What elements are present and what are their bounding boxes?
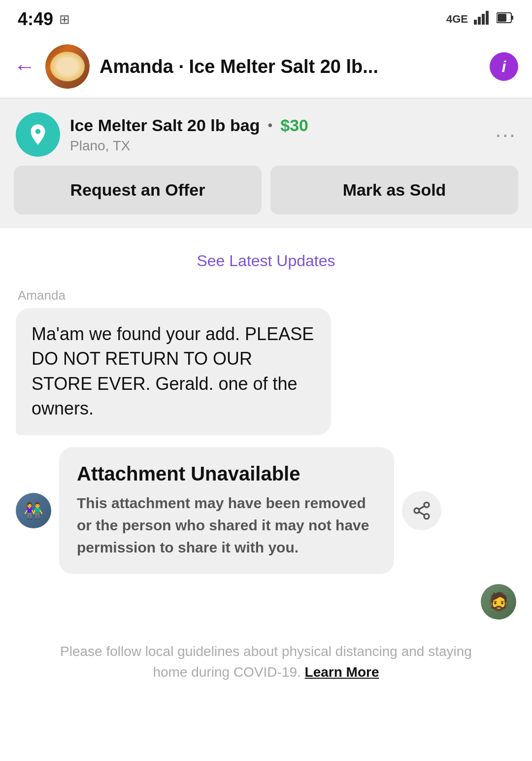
svg-rect-2: [482, 14, 485, 25]
covid-text: Please follow local guidelines about phy…: [60, 644, 472, 680]
bubble-amanda-text: Ma'am we found your add. PLEASE DO NOT R…: [16, 308, 331, 435]
chat-area: See Latest Updates Amanda Ma'am we found…: [0, 228, 532, 716]
info-button[interactable]: i: [490, 52, 518, 81]
listing-info: Ice Melter Salt 20 lb bag • $30 Plano, T…: [70, 116, 480, 154]
avatar-couple: [16, 493, 51, 528]
request-offer-button[interactable]: Request an Offer: [14, 166, 262, 214]
share-button[interactable]: [402, 491, 441, 530]
signal-icon: [474, 11, 491, 28]
attachment-bubble: Attachment Unavailable This attachment m…: [59, 447, 394, 574]
svg-line-10: [419, 512, 424, 515]
listing-dot: •: [267, 117, 272, 133]
svg-rect-3: [486, 11, 489, 25]
status-icons: 4GE: [446, 11, 514, 28]
learn-more-link[interactable]: Learn More: [305, 664, 379, 680]
attachment-desc: This attachment may have been removed or…: [77, 492, 376, 558]
listing-price: $30: [280, 116, 308, 135]
header-title: Amanda · Ice Melter Salt 20 lb...: [100, 56, 480, 77]
sim-icon: ⊞: [59, 12, 70, 27]
avatar-sender: [481, 584, 516, 620]
back-button[interactable]: ←: [14, 56, 35, 77]
svg-rect-0: [474, 20, 477, 25]
avatar: [45, 44, 90, 89]
status-time: 4:49: [18, 9, 53, 30]
svg-rect-5: [511, 16, 513, 20]
see-latest-updates-link[interactable]: See Latest Updates: [197, 252, 335, 270]
covid-notice: Please follow local guidelines about phy…: [16, 627, 516, 702]
listing-title: Ice Melter Salt 20 lb bag: [70, 116, 260, 135]
status-bar: 4:49 ⊞ 4GE: [0, 0, 532, 35]
listing-more-button[interactable]: ···: [490, 128, 516, 141]
attachment-row: Attachment Unavailable This attachment m…: [16, 447, 516, 574]
listing-card: Ice Melter Salt 20 lb bag • $30 Plano, T…: [0, 99, 532, 166]
network-type: 4GE: [446, 13, 468, 26]
message-row-amanda-text: Ma'am we found your add. PLEASE DO NOT R…: [16, 308, 516, 435]
mark-as-sold-button[interactable]: Mark as Sold: [270, 166, 518, 214]
svg-rect-6: [498, 14, 506, 22]
see-updates: See Latest Updates: [16, 242, 516, 288]
action-buttons: Request an Offer Mark as Sold: [0, 166, 532, 228]
message-group-amanda: Amanda Ma'am we found your add. PLEASE D…: [16, 288, 516, 435]
battery-icon: [497, 11, 514, 28]
attachment-title: Attachment Unavailable: [77, 463, 376, 485]
svg-line-11: [419, 506, 424, 509]
svg-rect-1: [478, 17, 481, 25]
header: ← Amanda · Ice Melter Salt 20 lb... i: [0, 35, 532, 98]
listing-icon: [16, 112, 60, 157]
listing-location: Plano, TX: [70, 138, 480, 154]
sender-name-amanda: Amanda: [16, 288, 516, 303]
